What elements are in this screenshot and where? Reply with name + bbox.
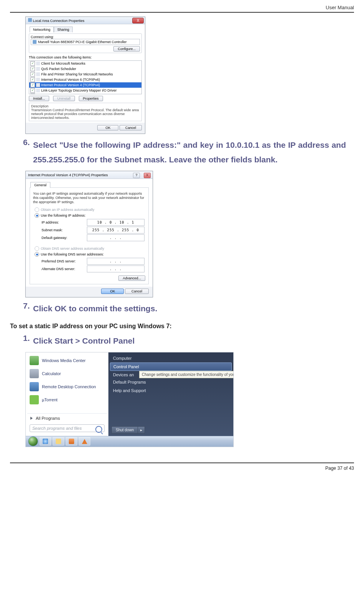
start-right-default-programs[interactable]: Default Programs bbox=[108, 378, 233, 386]
page-header: User Manual bbox=[10, 5, 354, 13]
list-item[interactable]: Internet Protocol Version 6 (TCP/IPv6) bbox=[41, 77, 100, 82]
start-item-label: µTorrent bbox=[42, 397, 58, 402]
page-footer: Page 37 of 43 bbox=[10, 462, 354, 471]
start-right-pane: Computer Control Panel Devices an Change… bbox=[108, 352, 233, 436]
nic-field: Marvell Yukon 88E8057 PCI-E Gigabit Ethe… bbox=[31, 39, 140, 45]
start-item-wmc[interactable]: Windows Media Center bbox=[27, 354, 107, 367]
nic-name: Marvell Yukon 88E8057 PCI-E Gigabit Ethe… bbox=[38, 40, 126, 44]
rdp-icon bbox=[30, 382, 39, 391]
shutdown-label: Shut down bbox=[111, 426, 138, 434]
lan-properties-dialog: Local Area Connection Properties X Netwo… bbox=[25, 17, 145, 134]
start-right-help[interactable]: Help and Support bbox=[108, 386, 233, 395]
step6-text: Select "Use the following IP address:" a… bbox=[33, 138, 346, 167]
close-button[interactable]: X bbox=[144, 173, 151, 178]
utorrent-icon bbox=[30, 395, 39, 404]
wmc-icon bbox=[30, 356, 39, 365]
description-label: Description bbox=[31, 104, 140, 108]
cancel-button[interactable]: Cancel bbox=[120, 125, 142, 130]
adns-input[interactable]: . . . bbox=[87, 265, 145, 272]
start-item-utorrent[interactable]: µTorrent bbox=[27, 393, 107, 406]
ok-button[interactable]: OK bbox=[97, 125, 118, 130]
step6-number: 6. bbox=[23, 138, 33, 167]
help-button[interactable]: ? bbox=[133, 173, 140, 178]
items-list[interactable]: ✓Client for Microsoft Networks ✓QoS Pack… bbox=[29, 60, 142, 94]
list-item-selected[interactable]: Internet Protocol Version 4 (TCP/IPv4) bbox=[41, 82, 100, 88]
list-item[interactable]: QoS Packet Scheduler bbox=[41, 66, 76, 72]
mask-label: Subnet mask: bbox=[42, 228, 87, 232]
step1-text: Click Start > Control Panel bbox=[33, 334, 346, 348]
tab-networking[interactable]: Networking bbox=[30, 27, 54, 32]
taskbar bbox=[26, 436, 233, 447]
list-item[interactable]: Link-Layer Topology Discovery Mapper I/O… bbox=[41, 88, 116, 93]
close-button[interactable]: X bbox=[132, 18, 144, 23]
radio-use-ip-label: Use the following IP address: bbox=[41, 214, 85, 217]
uninstall-button: Uninstall bbox=[53, 96, 75, 101]
radio-use-ip[interactable] bbox=[35, 213, 39, 218]
start-item-rdp[interactable]: Remote Desktop Connection bbox=[27, 380, 107, 393]
uses-label: This connection uses the following items… bbox=[29, 55, 142, 59]
footer-text: Page 37 of 43 bbox=[325, 466, 354, 471]
radio-use-dns-label: Use the following DNS server addresses: bbox=[41, 252, 104, 256]
start-right-devices-partial[interactable]: Devices an bbox=[113, 372, 134, 377]
taskbar-ie[interactable] bbox=[40, 437, 51, 446]
start-item-calculator[interactable]: Calculator bbox=[27, 367, 107, 380]
start-orb-icon[interactable] bbox=[28, 436, 38, 446]
radio-use-dns[interactable] bbox=[35, 252, 39, 257]
radio-auto-dns-label: Obtain DNS server address automatically bbox=[41, 247, 104, 250]
adapter-icon bbox=[28, 18, 32, 22]
adns-label: Alternate DNS server: bbox=[42, 267, 87, 271]
ip-label: IP address: bbox=[42, 220, 87, 224]
dialog2-title: Internet Protocol Version 4 (TCP/IPv4) P… bbox=[28, 173, 108, 177]
list-item[interactable]: Client for Microsoft Networks bbox=[41, 61, 85, 66]
pdns-input[interactable]: . . . bbox=[87, 258, 145, 265]
cancel-button[interactable]: Cancel bbox=[125, 289, 149, 294]
radio-auto-ip-label: Obtain an IP address automatically bbox=[41, 208, 94, 212]
shutdown-button[interactable]: Shut down ▸ bbox=[111, 426, 145, 434]
radio-auto-ip bbox=[35, 207, 39, 212]
control-panel-tooltip: Change settings and customize the functi… bbox=[139, 371, 234, 378]
list-item[interactable]: File and Printer Sharing for Microsoft N… bbox=[41, 72, 113, 77]
list-item[interactable]: Link-Layer Topology Discovery Responder bbox=[41, 93, 106, 94]
ipv4-properties-dialog: Internet Protocol Version 4 (TCP/IPv4) P… bbox=[25, 171, 153, 298]
configure-button[interactable]: Configure... bbox=[113, 46, 140, 52]
start-right-computer[interactable]: Computer bbox=[108, 354, 233, 362]
all-programs[interactable]: All Programs bbox=[27, 413, 107, 423]
step7-text: Click OK to commit the settings. bbox=[33, 301, 346, 316]
search-input[interactable]: Search programs and files bbox=[30, 424, 105, 432]
install-button[interactable]: Install... bbox=[29, 96, 49, 101]
shutdown-arrow[interactable]: ▸ bbox=[138, 426, 145, 434]
taskbar-explorer[interactable] bbox=[53, 437, 64, 446]
start-item-label: Remote Desktop Connection bbox=[42, 384, 96, 389]
dialog1-title: Local Area Connection Properties bbox=[33, 19, 85, 23]
properties-button[interactable]: Properties bbox=[79, 96, 103, 101]
gateway-input[interactable]: . . . bbox=[87, 234, 145, 241]
mask-input[interactable]: 255 . 255 . 255 . 0 bbox=[87, 227, 145, 234]
step1-number: 1. bbox=[23, 334, 33, 348]
tab-sharing[interactable]: Sharing bbox=[54, 27, 73, 32]
ip-input[interactable]: 10 . 0 . 10 . 1 bbox=[87, 219, 145, 226]
radio-auto-dns bbox=[35, 246, 39, 251]
tab-general[interactable]: General bbox=[30, 182, 50, 188]
arrow-icon bbox=[30, 417, 33, 420]
start-left-pane: Windows Media Center Calculator Remote D… bbox=[26, 352, 108, 436]
start-item-label: Calculator bbox=[42, 371, 61, 376]
all-programs-label: All Programs bbox=[36, 416, 60, 421]
connect-using-label: Connect using: bbox=[31, 35, 140, 39]
gateway-label: Default gateway: bbox=[42, 236, 87, 240]
search-icon bbox=[95, 426, 102, 433]
nic-icon bbox=[33, 40, 37, 44]
ok-button[interactable]: OK bbox=[101, 289, 124, 294]
start-item-label: Windows Media Center bbox=[42, 358, 86, 363]
header-title: User Manual bbox=[326, 5, 354, 10]
advanced-button[interactable]: Advanced... bbox=[118, 275, 145, 281]
section2-heading: To set a static IP address on your PC us… bbox=[10, 323, 354, 330]
description-text: Transmission Control Protocol/Internet P… bbox=[31, 108, 140, 120]
taskbar-media-player[interactable] bbox=[66, 437, 77, 446]
calculator-icon bbox=[30, 369, 39, 378]
start-right-control-panel[interactable]: Control Panel bbox=[110, 362, 232, 371]
dialog2-titlebar: Internet Protocol Version 4 (TCP/IPv4) P… bbox=[26, 171, 153, 179]
dialog1-titlebar: Local Area Connection Properties X bbox=[26, 17, 145, 24]
search-placeholder: Search programs and files bbox=[32, 426, 81, 431]
taskbar-vlc[interactable] bbox=[79, 437, 90, 446]
intro-text: You can get IP settings assigned automat… bbox=[33, 192, 145, 205]
